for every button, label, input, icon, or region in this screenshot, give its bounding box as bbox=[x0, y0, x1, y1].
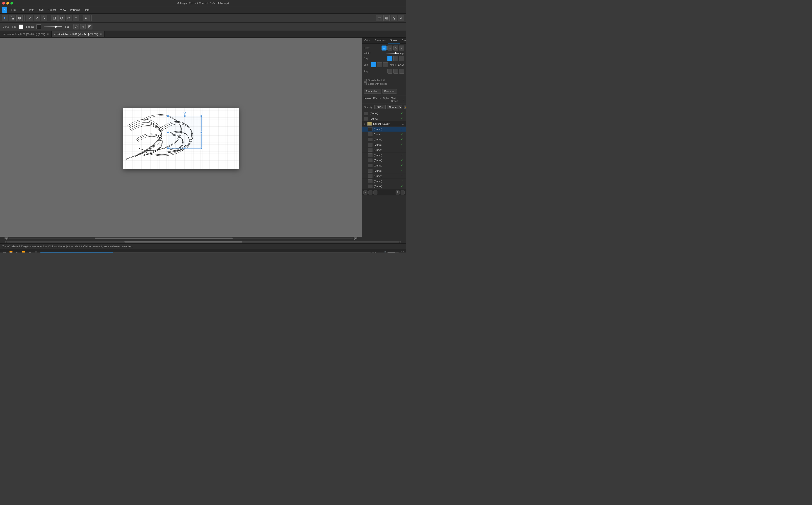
tab-1[interactable]: erosion table split 02 [Modified] (9.5%)… bbox=[0, 31, 52, 37]
opacity-input[interactable] bbox=[374, 105, 386, 109]
vc-back[interactable]: ⏪ bbox=[9, 250, 13, 253]
tool-transform[interactable] bbox=[16, 15, 23, 21]
layer-check-12[interactable]: ✓ bbox=[401, 180, 404, 183]
minimize-button[interactable] bbox=[6, 2, 9, 5]
tool-rect[interactable] bbox=[51, 15, 57, 21]
layer-check-3[interactable]: ✓ bbox=[401, 133, 404, 136]
layer-new-btn[interactable] bbox=[401, 190, 405, 194]
join-round[interactable] bbox=[377, 62, 382, 67]
style-solid[interactable]: — bbox=[382, 45, 387, 50]
scale-object-checkbox[interactable] bbox=[364, 82, 367, 85]
close-button[interactable] bbox=[2, 2, 5, 5]
tool-pen[interactable] bbox=[26, 15, 33, 21]
menu-file[interactable]: File bbox=[9, 7, 17, 12]
layer-item-6[interactable]: (Curve) ✓ bbox=[362, 147, 406, 153]
hscroll-track[interactable] bbox=[6, 241, 400, 242]
layer-item-13[interactable]: (Curve) ✓ bbox=[362, 184, 406, 189]
tool-paint[interactable] bbox=[41, 15, 47, 21]
tool-polygon[interactable] bbox=[66, 15, 72, 21]
layer-check-8[interactable]: ✓ bbox=[401, 159, 404, 162]
hscroll-track[interactable] bbox=[9, 237, 353, 239]
panel-tab-stroke[interactable]: Stroke bbox=[388, 38, 400, 43]
menu-view[interactable]: View bbox=[58, 7, 68, 12]
cap-round[interactable] bbox=[393, 56, 398, 61]
tool-text[interactable]: T bbox=[73, 15, 79, 21]
menu-window[interactable]: Window bbox=[68, 7, 82, 12]
lock-icon[interactable]: 🔒 bbox=[404, 106, 406, 109]
window-controls[interactable] bbox=[2, 2, 13, 5]
menu-text[interactable]: Text bbox=[27, 7, 35, 12]
style-custom[interactable]: ✎ bbox=[393, 45, 398, 50]
layers-tab-effects[interactable]: Effects bbox=[373, 97, 381, 102]
layer-check-selected[interactable]: ✓ bbox=[401, 128, 404, 131]
style-pencil[interactable]: ✐ bbox=[399, 45, 404, 50]
canvas-paper[interactable] bbox=[123, 108, 239, 169]
layer-expand[interactable]: ▶ bbox=[364, 123, 366, 125]
tool-select[interactable] bbox=[2, 15, 8, 21]
panel-tab-color[interactable]: Color bbox=[362, 38, 373, 43]
scroll-right-arrow[interactable]: ▷ bbox=[400, 240, 401, 243]
menu-help[interactable]: Help bbox=[82, 7, 91, 12]
layer-item-7[interactable]: (Curve) ✓ bbox=[362, 153, 406, 158]
tool-zoom[interactable] bbox=[83, 15, 90, 21]
layers-tab-textstyles[interactable]: Text Styles bbox=[391, 97, 403, 102]
align-inside[interactable] bbox=[393, 68, 398, 73]
vc-play[interactable]: ▶ bbox=[15, 250, 19, 253]
align-outside[interactable] bbox=[399, 68, 404, 73]
cap-butt[interactable] bbox=[387, 56, 392, 61]
layer-item-1[interactable]: (Curve) ✓ bbox=[362, 116, 406, 121]
scroll-right-btn[interactable]: ▷ bbox=[354, 237, 357, 239]
menu-select[interactable]: Select bbox=[47, 7, 58, 12]
layers-tab-styles[interactable]: Styles bbox=[382, 97, 389, 102]
draw-behind-checkbox[interactable] bbox=[364, 79, 367, 81]
layer-delete-btn[interactable]: 🗑 bbox=[396, 190, 400, 194]
cap-square[interactable] bbox=[399, 56, 404, 61]
panel-tab-swatches[interactable]: Swatches bbox=[373, 38, 388, 43]
tool-ellipse[interactable] bbox=[58, 15, 65, 21]
canvas-hscroll[interactable]: ◁ ▷ bbox=[0, 237, 362, 240]
vc-forward[interactable]: ⏩ bbox=[21, 250, 26, 253]
layer-item-11[interactable]: (Curve) ✓ bbox=[362, 173, 406, 179]
corner-icon[interactable] bbox=[74, 24, 79, 29]
align-center[interactable] bbox=[387, 68, 392, 73]
menu-layer[interactable]: Layer bbox=[36, 7, 46, 12]
layer-mask-btn[interactable] bbox=[368, 190, 373, 194]
layer-check-13[interactable]: ✓ bbox=[401, 185, 404, 188]
layer-item-4[interactable]: (Curve) ✓ bbox=[362, 137, 406, 142]
hscroll-thumb[interactable] bbox=[124, 241, 242, 242]
tool-pathfinder[interactable] bbox=[383, 15, 390, 21]
vc-fullscreen[interactable]: ⛶ bbox=[401, 251, 404, 253]
layer-add-btn[interactable]: + bbox=[364, 190, 368, 194]
tab-1-close[interactable]: ✕ bbox=[47, 33, 49, 35]
tool-chart[interactable] bbox=[398, 15, 404, 21]
maximize-button[interactable] bbox=[10, 2, 13, 5]
tab-2-close[interactable]: ✕ bbox=[100, 33, 102, 35]
layer-check-6[interactable]: ✓ bbox=[401, 148, 404, 152]
stroke-width-slider[interactable] bbox=[44, 26, 62, 27]
style-dash[interactable]: - - bbox=[387, 45, 392, 50]
layer-check-9[interactable]: ✓ bbox=[401, 164, 404, 167]
canvas-area[interactable]: ◁ ▷ bbox=[0, 38, 362, 240]
blend-mode-select[interactable]: Normal Multiply Screen Overlay bbox=[387, 105, 402, 109]
layer-item-3[interactable]: Curve ✓ bbox=[362, 132, 406, 137]
video-progress-bar[interactable] bbox=[40, 252, 371, 253]
width-slider-thumb[interactable] bbox=[394, 52, 397, 54]
layer-item-0[interactable]: (Curve) ✓ bbox=[362, 111, 406, 116]
pressure-btn[interactable]: Pressure: bbox=[382, 89, 397, 94]
join-bevel[interactable] bbox=[383, 62, 388, 67]
scroll-left-arrow[interactable]: ◁ bbox=[5, 240, 6, 243]
layer-item-selected[interactable]: (Curve) ✓ bbox=[362, 127, 406, 132]
fill-swatch[interactable] bbox=[19, 24, 23, 29]
layer-check-1[interactable]: ✓ bbox=[401, 117, 404, 120]
menu-edit[interactable]: Edit bbox=[18, 7, 26, 12]
tab-2[interactable]: erosion table split 01 [Modified] (21.6%… bbox=[52, 31, 105, 37]
tool-node[interactable] bbox=[9, 15, 15, 21]
layer-check-10[interactable]: ✓ bbox=[401, 169, 404, 172]
stroke-swatch[interactable] bbox=[36, 24, 41, 29]
hscroll-thumb[interactable] bbox=[95, 237, 233, 239]
vc-stop[interactable]: ⏹ bbox=[28, 250, 32, 253]
vc-menu[interactable]: ☰ bbox=[34, 250, 38, 253]
layer-fx-btn[interactable] bbox=[373, 190, 378, 194]
layer-check-7[interactable]: ✓ bbox=[401, 154, 404, 157]
layer-check-4[interactable]: ✓ bbox=[401, 138, 404, 141]
